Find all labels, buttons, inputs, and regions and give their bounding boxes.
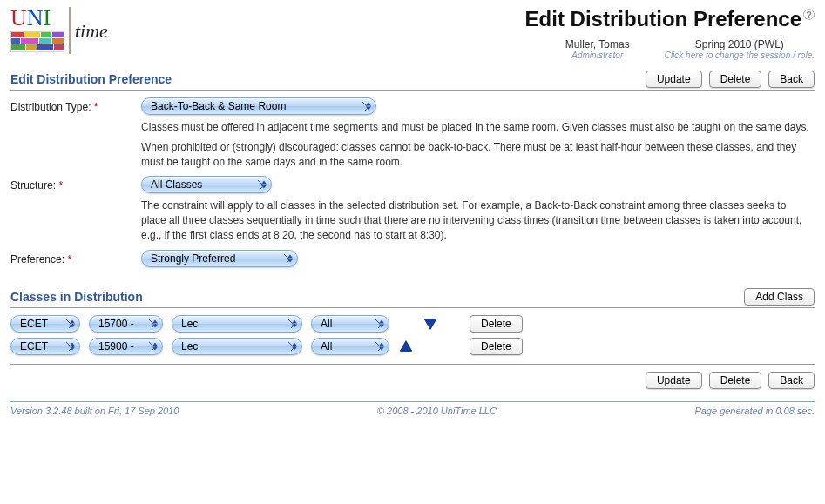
label-preference: Preference: * xyxy=(10,250,141,265)
update-button[interactable]: Update xyxy=(646,71,702,88)
section-title-edit: Edit Distribution Preference xyxy=(10,72,172,86)
user-name: Muller, Tomas xyxy=(565,38,630,50)
select-course[interactable]: 15900 - xyxy=(89,338,163,355)
logo-divider xyxy=(69,7,71,54)
label-structure: Structure: * xyxy=(10,176,141,192)
select-class[interactable]: All xyxy=(311,338,389,355)
svg-rect-3 xyxy=(41,32,51,37)
row-delete-button[interactable]: Delete xyxy=(470,315,523,333)
footer: Version 3.2.48 built on Fri, 17 Sep 2010… xyxy=(10,401,815,416)
top-button-group: Update Delete Back xyxy=(646,71,815,88)
back-button[interactable]: Back xyxy=(768,71,815,88)
desc-distribution-type-1: Classes must be offered in adjacent time… xyxy=(141,120,812,135)
back-button[interactable]: Back xyxy=(768,372,815,389)
footer-copyright: © 2008 - 2010 UniTime LLC xyxy=(377,406,497,416)
row-preference: Preference: * Strongly Preferred xyxy=(10,250,815,267)
class-row: ECET 15900 - Lec All Delete xyxy=(10,338,815,355)
section-title-classes: Classes in Distribution xyxy=(10,290,143,304)
select-subject[interactable]: ECET xyxy=(10,338,80,355)
svg-rect-10 xyxy=(26,44,37,50)
section-header-classes: Classes in Distribution Add Class xyxy=(10,286,815,308)
move-down-button[interactable] xyxy=(423,317,437,331)
bottom-bar: Update Delete Back xyxy=(10,364,815,389)
select-type[interactable]: Lec xyxy=(172,338,302,355)
arrow-up-icon xyxy=(400,341,412,352)
delete-button[interactable]: Delete xyxy=(709,372,762,389)
header-right: Edit Distribution Preference ? Muller, T… xyxy=(525,7,815,60)
svg-rect-12 xyxy=(54,44,64,50)
bottom-button-group: Update Delete Back xyxy=(646,372,815,389)
svg-rect-6 xyxy=(21,38,38,44)
classes-button-group: Add Class xyxy=(744,288,815,306)
logo-text-uni: UNI xyxy=(10,7,64,30)
session-bar: Muller, Tomas Administrator Spring 2010 … xyxy=(525,38,815,60)
page-header: UNI time Edit Distribution Pref xyxy=(10,7,815,60)
user-block[interactable]: Muller, Tomas Administrator xyxy=(565,38,630,60)
label-distribution-type: Distribution Type: * xyxy=(10,97,141,113)
update-button[interactable]: Update xyxy=(646,372,702,389)
session-block[interactable]: Spring 2010 (PWL) Click here to change t… xyxy=(665,38,815,60)
session-hint: Click here to change the session / role. xyxy=(665,50,815,60)
delete-button[interactable]: Delete xyxy=(709,71,762,88)
logo-left: UNI xyxy=(10,7,64,55)
select-structure[interactable]: All Classes xyxy=(141,176,272,193)
footer-timing: Page generated in 0.08 sec. xyxy=(694,406,815,416)
class-row: ECET 15700 - Lec All Delete xyxy=(10,315,815,333)
row-delete-button[interactable]: Delete xyxy=(470,338,523,355)
row-structure: Structure: * All Classes The constraint … xyxy=(10,176,815,242)
arrow-down-icon xyxy=(424,319,436,329)
page-title: Edit Distribution Preference ? xyxy=(525,7,815,31)
svg-rect-4 xyxy=(52,32,64,37)
svg-rect-1 xyxy=(11,32,24,37)
add-class-button[interactable]: Add Class xyxy=(744,288,815,306)
svg-rect-11 xyxy=(37,44,53,50)
content-distribution-type: Back-To-Back & Same Room Classes must be… xyxy=(141,97,815,169)
svg-rect-5 xyxy=(11,38,20,44)
logo-timetable-icon xyxy=(10,31,64,52)
content-structure: All Classes The constraint will apply to… xyxy=(141,176,815,242)
logo-text-time: time xyxy=(75,20,108,43)
svg-rect-7 xyxy=(39,38,51,44)
svg-rect-8 xyxy=(52,38,64,44)
svg-rect-2 xyxy=(24,32,40,37)
select-type[interactable]: Lec xyxy=(172,315,302,333)
select-class[interactable]: All xyxy=(311,315,389,333)
section-header-edit: Edit Distribution Preference Update Dele… xyxy=(10,69,815,91)
logo: UNI time xyxy=(10,7,108,55)
select-preference[interactable]: Strongly Preferred xyxy=(141,250,298,267)
help-icon[interactable]: ? xyxy=(803,9,815,20)
desc-structure: The constraint will apply to all classes… xyxy=(141,198,812,242)
footer-version: Version 3.2.48 built on Fri, 17 Sep 2010 xyxy=(10,406,179,416)
svg-rect-9 xyxy=(11,44,25,50)
content-preference: Strongly Preferred xyxy=(141,250,815,267)
select-distribution-type[interactable]: Back-To-Back & Same Room xyxy=(141,97,376,115)
page-title-text: Edit Distribution Preference xyxy=(525,7,801,31)
row-distribution-type: Distribution Type: * Back-To-Back & Same… xyxy=(10,97,815,169)
desc-distribution-type-2: When prohibited or (strongly) discourage… xyxy=(141,140,812,170)
select-course[interactable]: 15700 - xyxy=(89,315,163,333)
select-subject[interactable]: ECET xyxy=(10,315,80,333)
session-name: Spring 2010 (PWL) xyxy=(665,38,815,50)
user-role: Administrator xyxy=(565,50,630,60)
move-up-button[interactable] xyxy=(399,339,413,353)
